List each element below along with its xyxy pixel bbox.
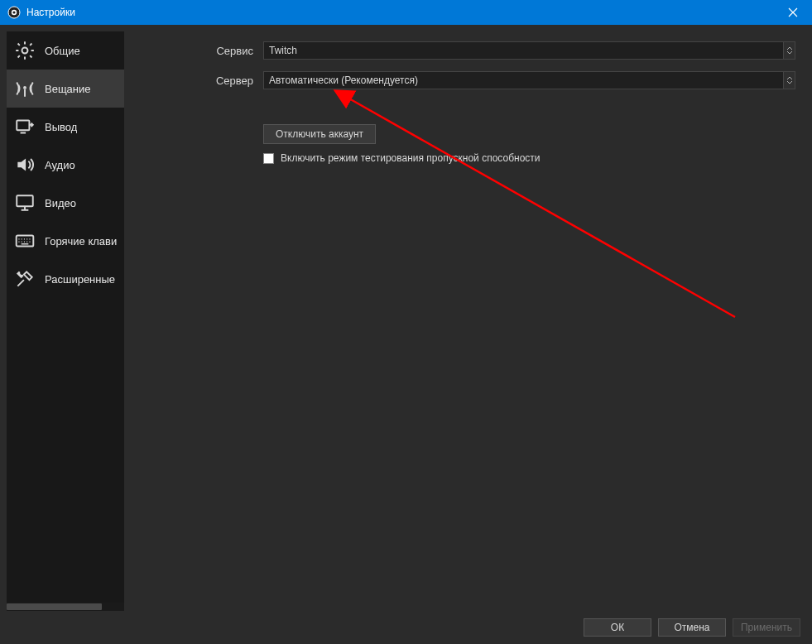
ok-button[interactable]: ОК	[584, 618, 651, 637]
sidebar-item-video[interactable]: Видео	[7, 184, 124, 222]
svg-rect-5	[17, 120, 29, 130]
cancel-button[interactable]: Отмена	[658, 618, 726, 637]
antenna-icon	[13, 77, 36, 100]
sidebar-item-label: Вещание	[45, 83, 91, 95]
gear-icon	[13, 39, 36, 62]
svg-point-4	[23, 86, 26, 89]
output-icon	[13, 115, 36, 138]
service-value: Twitch	[269, 45, 790, 56]
keyboard-icon	[13, 229, 36, 252]
service-row: Сервис Twitch	[131, 41, 795, 60]
service-label: Сервис	[131, 45, 263, 57]
svg-rect-6	[17, 195, 33, 206]
sidebar-item-label: Общие	[45, 45, 80, 57]
monitor-icon	[13, 191, 36, 214]
sidebar-item-label: Вывод	[45, 121, 77, 133]
sidebar-item-stream[interactable]: Вещание	[7, 70, 124, 108]
bandwidth-test-row: Включить режим тестирования пропускной с…	[263, 152, 795, 164]
sidebar-item-audio[interactable]: Аудио	[7, 146, 124, 184]
sidebar-item-advanced[interactable]: Расширенные	[7, 260, 124, 298]
sidebar-item-general[interactable]: Общие	[7, 31, 124, 70]
sidebar-item-output[interactable]: Вывод	[7, 108, 124, 146]
tools-icon	[13, 267, 36, 291]
server-dropdown[interactable]: Автоматически (Рекомендуется)	[263, 71, 795, 89]
sidebar-item-label: Расширенные	[45, 273, 115, 286]
speaker-icon	[13, 153, 36, 176]
scrollbar-thumb[interactable]	[7, 603, 102, 610]
dropdown-spin-icon	[783, 72, 795, 89]
window-close-button[interactable]	[774, 0, 812, 25]
service-dropdown[interactable]: Twitch	[263, 41, 795, 60]
svg-rect-7	[17, 236, 34, 247]
settings-sidebar: Общие Вещание Вывод Аудио	[7, 31, 124, 611]
bandwidth-test-checkbox[interactable]	[263, 153, 274, 164]
sidebar-item-label: Горячие клавиши	[45, 235, 118, 248]
window-titlebar: Настройки	[0, 0, 812, 25]
server-row: Сервер Автоматически (Рекомендуется)	[131, 71, 795, 89]
sidebar-item-hotkeys[interactable]: Горячие клавиши	[7, 222, 124, 260]
window-title: Настройки	[26, 7, 774, 18]
svg-point-0	[8, 7, 20, 18]
server-value: Автоматически (Рекомендуется)	[269, 74, 790, 86]
svg-point-1	[12, 10, 17, 15]
server-label: Сервер	[131, 74, 263, 87]
bandwidth-test-label: Включить режим тестирования пропускной с…	[281, 152, 541, 164]
apply-button[interactable]: Применить	[733, 618, 800, 637]
dialog-footer: ОК Отмена Применить	[0, 611, 812, 644]
disconnect-account-button[interactable]: Отключить аккаунт	[263, 124, 376, 144]
dropdown-spin-icon	[783, 42, 795, 59]
sidebar-item-label: Видео	[45, 197, 76, 209]
obs-app-icon	[7, 5, 22, 20]
sidebar-horizontal-scrollbar[interactable]	[7, 603, 124, 611]
svg-point-3	[22, 48, 28, 54]
sidebar-item-label: Аудио	[45, 159, 75, 171]
svg-point-2	[12, 11, 15, 13]
settings-content: Сервис Twitch Сервер Автоматически (Реко…	[131, 31, 805, 611]
